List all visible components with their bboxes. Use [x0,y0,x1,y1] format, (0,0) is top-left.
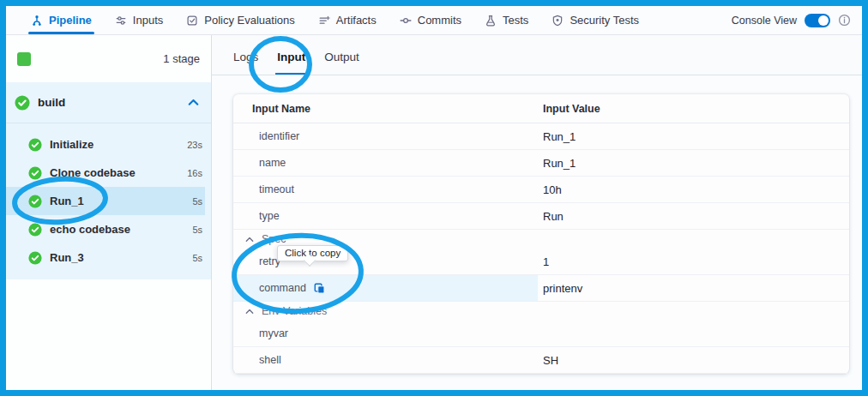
tab-output[interactable]: Output [324,51,359,63]
topnav-tab-label: Inputs [133,14,163,27]
success-check-icon [15,95,30,111]
console-view-label: Console View [732,15,797,27]
stage-status-square [17,52,31,66]
info-icon[interactable] [838,14,851,27]
input-value-cell [538,321,849,346]
click-to-copy-tooltip: Click to copy [277,245,348,261]
table-row[interactable]: type Run [233,203,849,230]
step-duration: 5s [192,196,202,207]
table-row[interactable]: timeout 10h [233,177,849,203]
top-nav-tabs: Pipeline Inputs Policy Evaluations Artif… [31,6,639,34]
artifacts-list-plus-icon [318,15,330,27]
step-duration: 5s [192,225,202,235]
pipeline-icon [31,15,43,27]
tab-input[interactable]: Input [277,51,305,63]
step-details-panel: Logs Input Output Input Name Input Value… [212,35,862,390]
chevron-up-icon [245,309,254,315]
topnav-tab-artifacts[interactable]: Artifacts [318,6,377,34]
top-nav-right: Console View [732,14,851,27]
step-list: Initialize 23s Clone codebase 16s Run_1 … [6,123,211,279]
topnav-tab-label: Commits [418,14,461,27]
section-label: Env Variables [262,305,327,317]
step-name-label: Run_3 [50,251,84,264]
table-section-env-variables[interactable]: Env Variables [233,302,849,321]
detail-tabs: Logs Input Output [212,35,862,75]
input-name-cell: name [233,150,538,176]
step-row-run-3[interactable]: Run_3 5s [6,243,211,272]
topnav-tab-label: Security Tests [570,14,639,27]
step-duration: 23s [187,140,202,150]
execution-sidebar: 1 stage build Initialize 23s [6,35,212,390]
topnav-tab-tests[interactable]: Tests [485,6,528,34]
input-name-label: command [259,282,306,294]
tab-logs[interactable]: Logs [233,51,258,63]
table-header-row: Input Name Input Value [233,94,849,123]
success-check-icon [28,251,42,265]
table-row[interactable]: myvar [233,321,849,347]
stage-row-build[interactable]: build [6,82,211,123]
step-duration: 5s [192,253,202,263]
input-name-cell: type [233,203,538,229]
topnav-tab-label: Policy Evaluations [204,14,295,27]
input-name-cell: timeout [233,177,538,202]
success-check-icon [28,138,42,152]
step-row-clone-codebase[interactable]: Clone codebase 16s [6,159,211,187]
topnav-tab-label: Tests [503,14,528,27]
step-name-label: Run_1 [50,195,84,207]
step-name-label: Clone codebase [50,166,136,179]
input-value-cell: 10h [538,177,849,202]
toggle-knob [818,15,829,26]
content-body: 1 stage build Initialize 23s [6,35,862,390]
topnav-tab-pipeline[interactable]: Pipeline [31,6,92,34]
stage-name-label: build [38,96,65,109]
commit-icon [400,15,412,27]
input-value-cell: Run_1 [538,150,849,176]
column-header-input-value: Input Value [538,103,849,115]
input-value-cell: Run_1 [538,123,849,149]
sliders-icon [115,15,127,27]
column-header-input-name: Input Name [233,103,538,115]
input-value-cell: 1 [538,249,849,274]
console-view-toggle[interactable] [805,14,830,27]
app-window: Pipeline Inputs Policy Evaluations Artif… [0,0,868,396]
stage-group: build Initialize 23s Clone codebase 16s [6,82,211,279]
stage-count-label: 1 stage [163,52,200,65]
shield-gear-icon [552,15,564,27]
policy-check-icon [186,15,198,27]
step-name-label: Initialize [50,138,93,151]
stage-summary-header: 1 stage [6,35,211,82]
input-value-cell: printenv [538,275,849,301]
step-row-run-1[interactable]: Run_1 5s [6,187,205,215]
chevron-up-icon [245,237,254,243]
success-check-icon [28,166,42,180]
flask-icon [485,15,497,27]
success-check-icon [28,195,42,208]
step-row-initialize[interactable]: Initialize 23s [6,130,211,159]
table-row[interactable]: name Run_1 [233,150,849,177]
top-navigation: Pipeline Inputs Policy Evaluations Artif… [6,6,862,35]
success-check-icon [28,223,42,237]
topnav-tab-commits[interactable]: Commits [400,6,461,34]
input-value-cell: SH [538,347,849,373]
table-row[interactable]: shell SH [233,347,849,374]
input-name-cell: identifier [233,123,538,149]
topnav-tab-policy-evaluations[interactable]: Policy Evaluations [186,6,295,34]
copy-icon[interactable] [313,282,326,295]
input-value-cell: Run [538,203,849,229]
input-name-cell: myvar [233,321,538,346]
table-row-command[interactable]: command printenv [233,275,849,302]
topnav-tab-inputs[interactable]: Inputs [115,6,163,34]
topnav-tab-label: Artifacts [336,14,377,27]
step-name-label: echo codebase [50,223,130,236]
step-row-echo-codebase[interactable]: echo codebase 5s [6,215,211,243]
input-name-cell: shell [233,347,538,373]
input-table-card: Input Name Input Value identifier Run_1 … [233,94,849,374]
topnav-tab-label: Pipeline [49,14,92,27]
table-row[interactable]: identifier Run_1 [233,123,849,150]
topnav-tab-security-tests[interactable]: Security Tests [552,6,639,34]
chevron-up-icon[interactable] [188,99,199,106]
input-name-cell: command [233,275,538,301]
step-duration: 16s [187,168,202,178]
section-label: Spec [262,233,286,245]
